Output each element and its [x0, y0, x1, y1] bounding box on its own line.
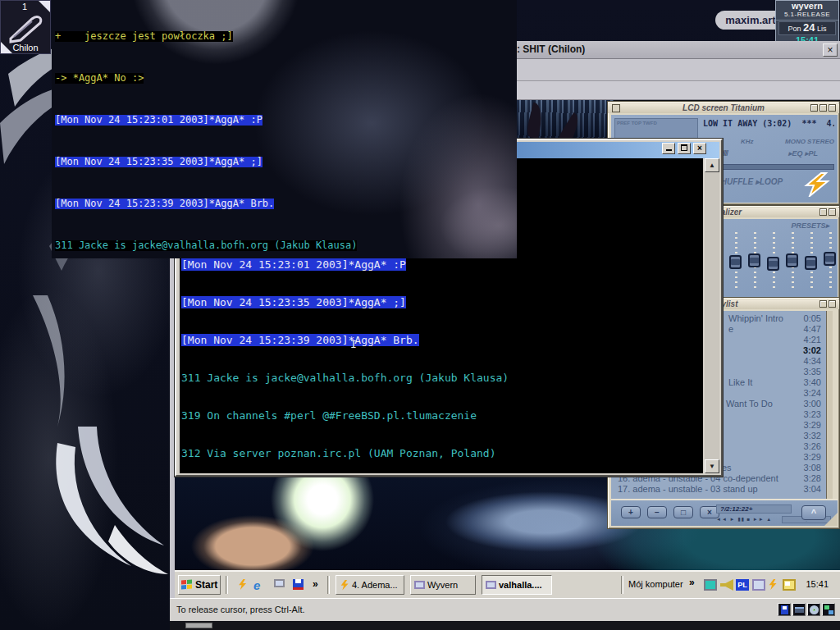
eq-slider[interactable]	[788, 232, 797, 291]
winamp-menu-icon[interactable]	[612, 104, 620, 112]
toolbar-chevron[interactable]: »	[689, 577, 695, 588]
eq-presets-button[interactable]: PRESETS▸	[791, 221, 829, 230]
winamp-track-title: LOW IT AWAY (3:02) *** 4. ADE	[703, 119, 834, 130]
playlist-list-button[interactable]: ^	[801, 505, 826, 520]
minimize-icon[interactable]	[662, 143, 675, 154]
close-icon[interactable]	[829, 104, 836, 112]
winamp-khz-label: KHz	[741, 138, 754, 145]
scroll-down-icon[interactable]: ▼	[705, 459, 719, 473]
eq-slider[interactable]	[751, 232, 759, 291]
tray-language-indicator[interactable]: PL	[736, 579, 749, 591]
playlist-select-button[interactable]: □	[673, 506, 693, 518]
wallpaper-trees-band	[504, 100, 614, 139]
minimize-icon[interactable]	[810, 104, 818, 112]
playlist-transport-buttons[interactable]: ◄◄ ► ▮▮ ■ ►► ▲	[716, 516, 772, 522]
corner-decoration	[39, 1, 50, 12]
network-device-icon[interactable]	[822, 603, 835, 616]
scrollbar[interactable]: ▲ ▼	[705, 158, 719, 473]
divider	[621, 576, 623, 594]
icon-number: 1	[22, 2, 27, 11]
winamp-titlebar[interactable]: LCD screen Titanium	[608, 103, 839, 113]
harddisk-device-icon[interactable]	[792, 603, 806, 616]
task-button-adema[interactable]: 4. Adema...	[336, 575, 404, 595]
vmware-statusbar: To release cursor, press Ctrl-Alt.	[170, 598, 840, 621]
tray-monitor-icon[interactable]	[783, 579, 796, 591]
floppy-device-icon[interactable]	[778, 603, 791, 616]
shade-icon[interactable]	[819, 300, 827, 308]
desktop-toolbar-label[interactable]: Mój komputer	[628, 579, 683, 589]
shade-icon[interactable]	[819, 104, 827, 112]
maximize-icon[interactable]	[678, 143, 691, 154]
computer-icon	[414, 581, 425, 589]
taskbar-clock: 15:41	[806, 579, 829, 589]
playlist-title-buttons[interactable]	[819, 300, 836, 308]
task-button-valhalla[interactable]: valhalla....	[482, 575, 552, 595]
internet-explorer-icon[interactable]: e	[253, 578, 267, 591]
vmware-status-text: To release cursor, press Ctrl-Alt.	[176, 605, 305, 614]
close-icon[interactable]	[829, 300, 836, 308]
shade-icon[interactable]	[819, 208, 827, 216]
wyvern-clock-widget[interactable]: wyvern 5.1-RELEASE Pon 24 Lis 15:41	[775, 0, 839, 43]
windows-logo-icon	[181, 580, 193, 591]
pen-icon	[7, 12, 45, 43]
widget-release: 5.1-RELEASE	[776, 11, 838, 21]
start-button[interactable]: Start	[178, 575, 221, 595]
playlist-add-button[interactable]: +	[621, 506, 641, 518]
playlist-time-display: ?/2:12:22+	[716, 504, 792, 514]
icon-label: Chilon	[1, 43, 50, 52]
playlist-remove-button[interactable]: −	[647, 506, 667, 518]
winamp-title-buttons[interactable]	[810, 104, 836, 112]
desktop-icon-chilon[interactable]: 1 Chilon	[0, 0, 51, 54]
mouse-cursor: I	[350, 338, 358, 351]
winamp-logo-icon	[801, 172, 831, 197]
eq-slider[interactable]	[826, 232, 834, 291]
winamp-time-display: PREF TOP TWFD	[614, 118, 698, 139]
scroll-up-icon[interactable]: ▲	[705, 158, 719, 172]
divider	[327, 576, 330, 594]
resize-grip[interactable]	[824, 513, 838, 526]
winamp-icon	[340, 580, 349, 591]
quicklaunch-chevron[interactable]: »	[313, 578, 322, 591]
tray-volume-icon[interactable]	[720, 579, 733, 591]
eq-slider[interactable]	[807, 232, 815, 291]
tray-display-icon[interactable]	[704, 579, 717, 591]
playlist-bottom-bar: + − □ × ?/2:12:22+ ◄◄ ► ▮▮ ■ ►► ▲ : ^	[611, 499, 838, 526]
vmware-window-title: : SHIT (Chilon)	[517, 41, 585, 58]
eq-slider[interactable]	[732, 232, 740, 291]
tray-winamp-icon[interactable]	[768, 579, 781, 591]
close-icon[interactable]: ×	[693, 143, 706, 154]
guest-taskbar: Start e » 4. Adema... Wyvern valhalla...…	[175, 570, 840, 598]
divider	[226, 576, 228, 594]
playlist-item[interactable]: 17. adema - unstable - 03 stand up3:04	[611, 484, 833, 495]
close-icon[interactable]	[829, 208, 836, 216]
cdrom-device-icon[interactable]	[807, 603, 820, 616]
host-terminal-window[interactable]: + jeszcze jest powłoczka ;] -> *AggA* No…	[52, 0, 517, 258]
winamp-quicklaunch-icon[interactable]	[235, 578, 249, 591]
widget-hostname: wyvern	[776, 1, 838, 11]
widget-date: Pon 24 Lis	[778, 21, 836, 35]
show-desktop-icon[interactable]	[272, 578, 286, 591]
eq-title-buttons[interactable]	[819, 208, 836, 216]
winamp-position-bar[interactable]	[703, 164, 834, 170]
winamp-eq-pl-buttons[interactable]: ▸EQ ▸PL	[788, 149, 818, 158]
terminal-icon	[486, 581, 496, 589]
floppy-save-icon[interactable]	[291, 578, 305, 591]
tray-computer-icon[interactable]	[752, 579, 765, 591]
task-button-wyvern[interactable]: Wyvern	[410, 575, 476, 595]
screen: maxim.art wyvern 5.1-RELEASE Pon 24 Lis …	[0, 0, 840, 630]
eq-slider[interactable]	[769, 232, 778, 291]
vmware-resize-strip	[170, 621, 840, 630]
winamp-mono-stereo: MONO STEREO	[785, 138, 834, 145]
playlist-scrollbar[interactable]	[826, 311, 833, 499]
vmware-status-cell	[185, 623, 212, 628]
close-icon[interactable]: ×	[823, 43, 838, 57]
